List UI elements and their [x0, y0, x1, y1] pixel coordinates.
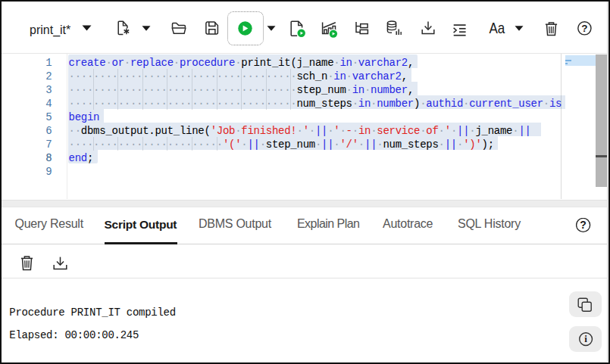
svg-text:?: ? [580, 219, 587, 231]
svg-text:?: ? [581, 23, 587, 34]
svg-text:i: i [584, 333, 587, 344]
